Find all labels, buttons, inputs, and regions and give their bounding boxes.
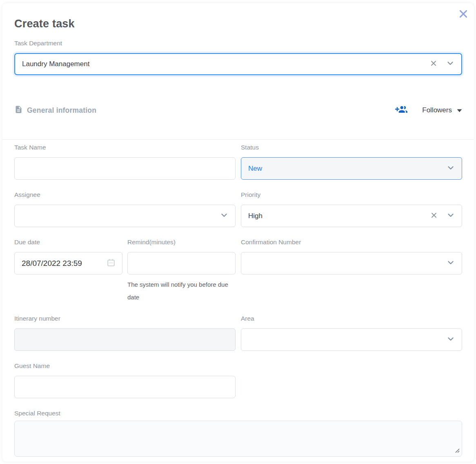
followers-label: Followers [422,106,452,114]
due-date-value: 28/07/2022 23:59 [22,259,107,268]
due-date-input[interactable]: 28/07/2022 23:59 [14,252,122,274]
caret-down-icon[interactable] [457,107,462,114]
close-icon[interactable] [458,8,469,20]
priority-value: High [248,212,430,220]
special-request-textarea[interactable] [14,421,462,457]
followers-button[interactable]: Followers [395,105,462,116]
priority-field: Priority High [241,191,462,227]
due-date-label: Due date [14,239,122,245]
guest-name-label: Guest Name [14,362,236,369]
guest-name-input[interactable] [14,376,236,398]
status-value: New [248,165,446,173]
page-title: Create task [14,18,462,30]
remind-input[interactable] [127,252,236,274]
calendar-icon[interactable] [107,258,116,269]
task-name-input[interactable] [14,157,236,180]
chevron-down-icon[interactable] [446,211,455,221]
task-name-field: Task Name [14,144,236,180]
due-date-field: Due date 28/07/2022 23:59 [14,239,122,303]
remind-helper-text: The system will notify you before due da… [127,278,236,303]
special-request-field: Special Request [14,410,462,457]
priority-select[interactable]: High [241,205,462,227]
status-label: Status [241,144,462,151]
confirmation-number-field: Confirmation Number [241,239,462,303]
assignee-label: Assignee [14,191,236,198]
chevron-down-icon[interactable] [446,59,455,69]
status-select[interactable]: New [241,157,462,180]
area-label: Area [241,315,462,322]
task-department-select[interactable]: Laundry Management [14,53,462,75]
task-name-label: Task Name [14,144,236,151]
create-task-modal: Create task Task Department Laundry Mana… [2,3,474,462]
area-field: Area [241,315,462,351]
confirmation-number-select[interactable] [241,252,462,274]
group-add-icon[interactable] [395,105,407,116]
guest-name-field: Guest Name [14,362,236,398]
document-icon [14,105,23,116]
remind-label: Remind(minutes) [127,239,236,245]
itinerary-number-label: Itinerary number [14,315,236,322]
due-remind-row: Due date 28/07/2022 23:59 Remind(minutes… [14,239,236,303]
task-department-value: Laundry Management [22,60,429,68]
chevron-down-icon[interactable] [220,211,229,221]
assignee-select[interactable] [14,205,236,227]
confirmation-number-label: Confirmation Number [241,239,462,245]
resize-handle-icon[interactable] [454,447,460,455]
section-divider [2,139,474,140]
itinerary-number-field: Itinerary number [14,315,236,351]
chevron-down-icon[interactable] [446,258,455,269]
section-title: General information [27,106,96,115]
special-request-label: Special Request [14,410,462,417]
itinerary-number-input [14,328,236,351]
assignee-field: Assignee [14,191,236,227]
area-select[interactable] [241,328,462,351]
status-field: Status New [241,144,462,180]
empty-cell [241,362,462,398]
task-department-label: Task Department [14,40,462,47]
clear-icon[interactable] [430,211,438,221]
chevron-down-icon[interactable] [446,335,455,345]
chevron-down-icon[interactable] [446,163,455,174]
priority-label: Priority [241,191,462,198]
remind-field: Remind(minutes) The system will notify y… [127,239,236,303]
clear-icon[interactable] [429,59,438,69]
